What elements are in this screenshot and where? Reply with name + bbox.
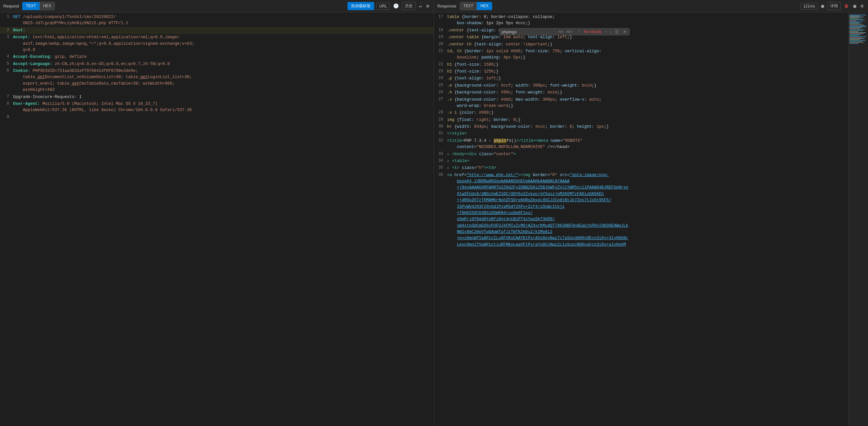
- line-content: Cookie: PHPSESSID=721aa3632aff9766414f0f…: [13, 68, 434, 93]
- minimap-line: [849, 33, 864, 34]
- line-content: [13, 114, 434, 120]
- line-content: ∨ <tr class="h"><td>: [447, 165, 847, 171]
- minimap-content: [849, 13, 868, 45]
- minimap-line: [849, 23, 859, 23]
- line-number: 25: [434, 83, 447, 89]
- minimap-line: [849, 42, 864, 43]
- table-row: 7 Upgrade-Insecure-Requests: 1: [0, 94, 434, 101]
- line-number: 28: [434, 110, 447, 116]
- minimap-line: [849, 16, 860, 16]
- split-icon[interactable]: ▦: [852, 3, 857, 9]
- search-case-btn[interactable]: Aa: [558, 29, 564, 34]
- line-number: 6: [0, 68, 13, 93]
- minimap-line: [849, 36, 866, 37]
- search-menu-btn[interactable]: ☰: [614, 29, 620, 34]
- line-content: User-Agent: Mozilla/5.0 (Macintosh; Inte…: [13, 101, 434, 114]
- line-number: 23: [434, 69, 447, 75]
- minimap-line: [849, 31, 859, 32]
- search-input[interactable]: [502, 29, 556, 34]
- search-close-btn[interactable]: ✕: [622, 29, 627, 34]
- line-content: ∨ <table>: [447, 158, 847, 164]
- table-row: 32 <title>PHP 7.3.4 - phpinfo()</title><…: [434, 138, 847, 151]
- table-row: 8 User-Agent: Mozilla/5.0 (Macintosh; In…: [0, 101, 434, 114]
- minimap-line: [849, 30, 863, 31]
- line-content: GET /uploads/company1/fonds1/cms/2022082…: [13, 14, 434, 27]
- line-content: <title>PHP 7.3.4 - phpinfo()</title><met…: [447, 138, 847, 151]
- minimap-line: [849, 41, 863, 42]
- line-number: 19: [434, 34, 447, 40]
- table-row: 24 .p {text-align: left;}: [434, 75, 847, 82]
- minimap-line: [849, 24, 861, 24]
- table-row: 22 h1 {font-size: 150%;}: [434, 61, 847, 68]
- response-hex-btn[interactable]: HEX: [477, 2, 492, 10]
- table-row: 4 Accept-Encoding: gzip, deflate: [0, 54, 434, 60]
- line-number: 8: [0, 101, 13, 114]
- minimap-line: [849, 21, 857, 21]
- table-row: 25 .e {background-color: #ccf; width: 30…: [434, 82, 847, 89]
- settings-icon[interactable]: ⚙: [425, 3, 430, 9]
- line-number: 24: [434, 75, 447, 82]
- request-panel: Request TEXT HEX 热加载标签 URL 🕐 历史 ↵ ⚙ 1 GE…: [0, 0, 434, 426]
- request-label: Request: [3, 4, 19, 8]
- table-row: 2 Host:: [0, 27, 434, 34]
- minimap-line: [849, 40, 866, 41]
- table-row: 34 ∨ <table>: [434, 158, 847, 165]
- minimap-line: [849, 17, 864, 17]
- url-btn[interactable]: URL: [376, 3, 390, 10]
- history-icon[interactable]: 🕐: [392, 3, 400, 9]
- request-format-toggle: TEXT HEX: [22, 2, 55, 10]
- line-number: 17: [434, 14, 447, 27]
- request-code-area: 1 GET /uploads/company1/fonds1/cms/20220…: [0, 12, 434, 426]
- minimap-line: [849, 18, 859, 18]
- table-row: 35 ∨ <tr class="h"><td>: [434, 165, 847, 172]
- expand-icon[interactable]: ▣: [820, 3, 825, 9]
- table-row: 20 .center th {text-align: center !impor…: [434, 41, 847, 48]
- minimap-line: [849, 15, 866, 16]
- line-content: .h {background-color: #99c; font-weight:…: [447, 90, 847, 96]
- line-content: </style>: [447, 131, 847, 137]
- response-label: Response: [437, 4, 457, 8]
- line-content: img {float: right; border: 0;}: [447, 117, 847, 123]
- request-text-btn[interactable]: TEXT: [22, 2, 39, 10]
- request-hex-btn[interactable]: HEX: [39, 2, 55, 10]
- delete-icon[interactable]: 🗑: [843, 3, 850, 9]
- search-bar: Aa Ab| .* No results ↑ ↓ ☰ ✕: [499, 28, 630, 35]
- table-row: 17 table {border: 0; border-collapse: co…: [434, 14, 847, 27]
- table-row: 1 GET /uploads/company1/fonds1/cms/20220…: [0, 14, 434, 27]
- search-regex-btn[interactable]: .*: [575, 29, 581, 34]
- table-row: 30 hr {width: 934px; background-color: #…: [434, 123, 847, 130]
- response-panel: Response TEXT HEX 121ms ▣ 详情 🗑 ▦ ⚙ Aa Ab…: [434, 0, 868, 426]
- line-number: 32: [434, 138, 447, 151]
- line-number: 2: [0, 27, 13, 34]
- minimap-line: [849, 20, 865, 20]
- minimap-line: [849, 25, 864, 25]
- response-timing: 121ms: [800, 3, 818, 9]
- line-content: .p {text-align: left;}: [447, 75, 847, 82]
- line-content: <a href="http://www.php.net/"><img borde…: [447, 172, 847, 248]
- response-text-btn[interactable]: TEXT: [460, 2, 477, 10]
- search-next-btn[interactable]: ↓: [609, 29, 613, 34]
- response-format-toggle: TEXT HEX: [460, 2, 492, 10]
- search-prev-btn[interactable]: ↑: [604, 29, 609, 34]
- table-row: 27 .v {background-color: #ddd; max-width…: [434, 96, 847, 110]
- line-number: 21: [434, 48, 447, 61]
- history-btn[interactable]: 历史: [402, 2, 416, 10]
- search-word-btn[interactable]: Ab|: [565, 29, 574, 34]
- line-number: 18: [434, 27, 447, 34]
- table-row: 5 Accept-Language: zh-CN,zh;q=0.9,en-US;…: [0, 61, 434, 68]
- line-number: 20: [434, 41, 447, 48]
- line-number: 30: [434, 124, 447, 130]
- table-row: 6 Cookie: PHPSESSID=721aa3632aff9766414f…: [0, 68, 434, 94]
- enter-icon[interactable]: ↵: [418, 3, 423, 9]
- line-content: h2 {font-size: 125%;}: [447, 69, 847, 75]
- line-content: .v {background-color: #ddd; max-width: 3…: [447, 97, 847, 110]
- detail-btn[interactable]: 详情: [827, 2, 841, 10]
- response-code-area: 17 table {border: 0; border-collapse: co…: [434, 12, 868, 426]
- table-row: 29 img {float: right; border: 0;}: [434, 117, 847, 123]
- hotreload-btn[interactable]: 热加载标签: [347, 2, 374, 10]
- response-toolbar: Response TEXT HEX 121ms ▣ 详情 🗑 ▦ ⚙: [434, 0, 868, 12]
- minimap-line: [849, 38, 865, 39]
- line-content: .e {background-color: #ccf; width: 300px…: [447, 83, 847, 89]
- response-settings-icon[interactable]: ⚙: [860, 3, 865, 9]
- minimap-line: [849, 19, 862, 19]
